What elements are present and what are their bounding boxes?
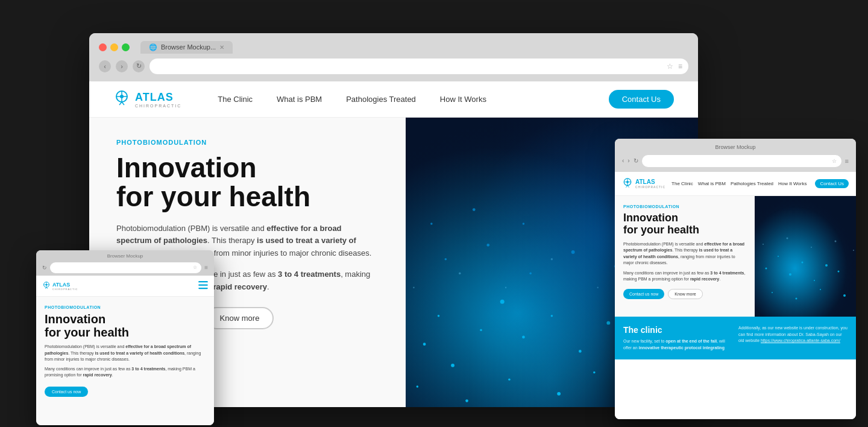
svg-rect-51 bbox=[755, 196, 856, 317]
med-address-bar[interactable]: ☆ bbox=[642, 155, 841, 167]
sm-menu-icon[interactable]: ≡ bbox=[204, 264, 208, 271]
svg-point-39 bbox=[459, 273, 461, 275]
browser-medium: Browser Mockup ‹ › ↻ ☆ ≡ bbox=[615, 139, 856, 419]
svg-point-60 bbox=[772, 292, 773, 293]
tab-bar: 🌐 Browser Mockup... ✕ bbox=[140, 41, 688, 54]
svg-point-62 bbox=[820, 289, 821, 290]
med-hero-buttons: Contact us now Know more bbox=[623, 289, 746, 299]
svg-point-24 bbox=[557, 392, 561, 396]
svg-point-48 bbox=[626, 181, 629, 183]
svg-point-13 bbox=[500, 300, 505, 304]
svg-point-3 bbox=[120, 95, 124, 98]
med-hero-label: PHOTOBIOMODULATION bbox=[623, 204, 746, 209]
svg-point-31 bbox=[571, 250, 575, 254]
small-browser-title: Browser Mockup bbox=[42, 253, 208, 259]
svg-point-16 bbox=[579, 350, 582, 353]
svg-point-30 bbox=[530, 273, 532, 275]
med-menu-icon[interactable]: ≡ bbox=[845, 157, 849, 165]
med-contact-now-button[interactable]: Contact us now bbox=[623, 289, 664, 299]
sm-website-content: ATLAS CHIROPRACTIC PHOTOBIOMODULATION In… bbox=[36, 276, 214, 425]
svg-point-42 bbox=[597, 287, 599, 288]
sm-address-bar[interactable]: ☆ bbox=[50, 262, 201, 273]
svg-point-38 bbox=[413, 287, 414, 288]
svg-point-63 bbox=[843, 294, 846, 297]
med-nav-clinic[interactable]: The Clinic bbox=[671, 181, 693, 186]
tab-title: Browser Mockup... bbox=[161, 43, 216, 51]
svg-point-68 bbox=[853, 250, 854, 251]
med-hero-text: PHOTOBIOMODULATION Innovation for your h… bbox=[615, 196, 755, 317]
svg-point-37 bbox=[523, 223, 525, 225]
svg-point-66 bbox=[811, 247, 812, 248]
svg-rect-76 bbox=[198, 284, 208, 285]
svg-point-25 bbox=[593, 372, 596, 374]
contact-us-button[interactable]: Contact Us bbox=[609, 90, 674, 109]
minimize-button[interactable] bbox=[110, 43, 118, 51]
med-back-button[interactable]: ‹ bbox=[622, 157, 624, 164]
sm-hero-section: PHOTOBIOMODULATION Innovation for your h… bbox=[36, 297, 214, 405]
hero-title: Innovation for your health bbox=[116, 153, 379, 212]
svg-point-67 bbox=[835, 241, 837, 242]
svg-point-10 bbox=[438, 315, 440, 317]
med-nav-pbm[interactable]: What is PBM bbox=[698, 181, 726, 186]
traffic-lights bbox=[99, 43, 130, 51]
svg-point-12 bbox=[480, 329, 482, 331]
med-nav-pathologies[interactable]: Pathologies Treated bbox=[731, 181, 773, 186]
sm-hamburger-icon[interactable] bbox=[198, 281, 208, 291]
svg-point-11 bbox=[451, 364, 454, 367]
med-logo-icon bbox=[622, 177, 633, 190]
know-more-button[interactable]: Know more bbox=[206, 307, 274, 329]
med-clinic-left: The clinic Our new facility, set to open… bbox=[623, 325, 732, 351]
med-nav-how[interactable]: How It Works bbox=[778, 181, 807, 186]
sm-site-nav: ATLAS CHIROPRACTIC bbox=[36, 276, 214, 297]
med-clinic-body: Our new facility, set to open at the end… bbox=[623, 338, 732, 351]
med-reload-button[interactable]: ↻ bbox=[634, 157, 638, 164]
browser-tab[interactable]: 🌐 Browser Mockup... ✕ bbox=[140, 41, 233, 54]
tab-close-icon[interactable]: ✕ bbox=[219, 44, 224, 51]
svg-point-72 bbox=[46, 283, 48, 285]
maximize-button[interactable] bbox=[122, 43, 130, 51]
med-clinic-url[interactable]: https://www.chiropratica-atlante-saba.co… bbox=[761, 338, 840, 343]
logo-sub-text: CHIROPRACTIC bbox=[135, 104, 181, 108]
back-button[interactable]: ‹ bbox=[99, 60, 111, 72]
bookmark-icon[interactable]: ☆ bbox=[667, 62, 673, 71]
svg-point-53 bbox=[766, 268, 767, 270]
svg-point-59 bbox=[838, 271, 840, 273]
svg-point-35 bbox=[430, 223, 433, 225]
med-logo: ATLAS CHIROPRACTIC bbox=[622, 177, 665, 190]
med-hero-body2: Many conditions can improve in just as f… bbox=[623, 270, 746, 283]
address-bar[interactable]: ☆ ≡ bbox=[149, 59, 688, 74]
svg-point-17 bbox=[607, 321, 611, 325]
svg-point-56 bbox=[802, 262, 804, 264]
svg-rect-77 bbox=[198, 287, 208, 288]
svg-point-64 bbox=[763, 244, 764, 245]
med-contact-button[interactable]: Contact Us bbox=[815, 179, 849, 188]
med-know-more-button[interactable]: Know more bbox=[668, 289, 702, 299]
svg-point-58 bbox=[825, 264, 828, 267]
forward-button[interactable]: › bbox=[116, 60, 128, 72]
reload-button[interactable]: ↻ bbox=[133, 60, 145, 72]
svg-point-57 bbox=[814, 280, 815, 281]
nav-link-clinic[interactable]: The Clinic bbox=[218, 95, 253, 104]
sm-reload-button[interactable]: ↻ bbox=[42, 265, 47, 271]
svg-point-29 bbox=[487, 244, 490, 247]
menu-icon[interactable]: ≡ bbox=[678, 62, 682, 71]
sm-hero-title: Innovation for your health bbox=[45, 312, 206, 339]
sm-contact-now-button[interactable]: Contact us now bbox=[45, 387, 88, 397]
close-button[interactable] bbox=[99, 43, 107, 51]
sm-bookmark-icon[interactable]: ☆ bbox=[193, 265, 197, 270]
svg-point-55 bbox=[789, 273, 791, 276]
med-forward-button[interactable]: › bbox=[627, 157, 629, 164]
svg-point-54 bbox=[778, 256, 779, 257]
tab-favicon: 🌐 bbox=[149, 43, 157, 51]
nav-link-pbm[interactable]: What is PBM bbox=[277, 95, 322, 104]
hero-label: PHOTOBIOMODULATION bbox=[116, 139, 379, 146]
sm-hero-body2: Many conditions can improve in just as f… bbox=[45, 366, 206, 379]
med-hero-body: Photobiomodulation (PBM) is versatile an… bbox=[623, 241, 746, 267]
logo-main-text: ATLAS bbox=[135, 91, 181, 104]
sm-hero-label: PHOTOBIOMODULATION bbox=[45, 305, 206, 309]
svg-point-23 bbox=[508, 379, 511, 381]
nav-link-pathologies[interactable]: Pathologies Treated bbox=[346, 95, 416, 104]
med-bookmark-icon[interactable]: ☆ bbox=[832, 158, 837, 164]
nav-link-how[interactable]: How It Works bbox=[440, 95, 486, 104]
sm-hero-body: Photobiomodulation (PBM) is versatile an… bbox=[45, 344, 206, 363]
